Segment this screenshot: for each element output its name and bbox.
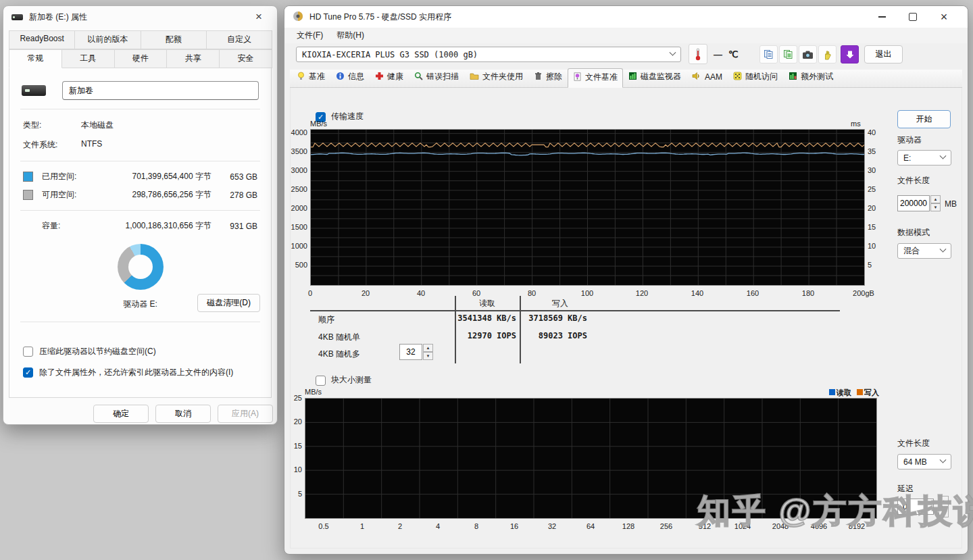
save-results-button[interactable]	[841, 45, 859, 63]
axis-tick: 120	[636, 289, 648, 297]
menu-item-帮助(H)[interactable]: 帮助(H)	[330, 30, 371, 41]
usage-row: 已用空间:701,399,654,400 字节653 GB	[9, 168, 271, 186]
desktop: { "watermark": "知乎 @方方科技说", "colors": { …	[0, 0, 973, 560]
capacity-label: 容量:	[42, 220, 92, 232]
file-length-input[interactable]	[897, 195, 930, 211]
legend-item-写入: 写入	[857, 388, 879, 398]
axis-tick: 5	[287, 490, 302, 498]
write-column-header: 写入	[533, 298, 587, 309]
info-icon	[336, 72, 345, 82]
hand-tool-button[interactable]	[818, 45, 837, 63]
menu-item-文件(F)[interactable]: 文件(F)	[290, 30, 330, 41]
spin-up-icon[interactable]	[423, 344, 433, 352]
right-axis-unit-label: ms	[851, 120, 861, 128]
table-rule	[310, 310, 840, 311]
tab-安全[interactable]: 安全	[219, 49, 272, 68]
tab-额外测试[interactable]: 额外测试	[783, 68, 839, 87]
axis-tick: 0	[308, 289, 312, 297]
checkbox-label: 压缩此驱动器以节约磁盘空间(C)	[39, 346, 156, 357]
temperature-button[interactable]	[689, 44, 707, 64]
result-row-label: 4KB 随机多	[318, 349, 360, 360]
dialog-checkbox-row[interactable]: 除了文件属性外，还允许索引此驱动器上文件的内容(I)	[9, 361, 271, 382]
folder-usage-icon	[470, 72, 479, 82]
y-axis-unit-label: MB/s	[305, 388, 322, 396]
drive-dropdown[interactable]: E:	[897, 150, 951, 166]
axis-tick: 2500	[284, 185, 307, 193]
close-icon[interactable]	[249, 8, 269, 26]
dialog-titlebar: 新加卷 (E:) 属性	[3, 6, 277, 28]
spin-down-icon[interactable]	[423, 352, 433, 360]
legend-label: 写入	[864, 388, 879, 397]
tab-文件夹使用[interactable]: 文件夹使用	[464, 68, 528, 87]
file-length-label: 文件长度	[897, 175, 930, 186]
tab-错误扫描[interactable]: 错误扫描	[409, 68, 464, 87]
copy-image-button[interactable]	[779, 45, 797, 63]
divider	[20, 161, 260, 161]
field-list: 类型:本地磁盘文件系统:NTFS	[9, 116, 271, 155]
close-icon[interactable]	[928, 7, 959, 27]
feature-tab-bar: 基准信息健康错误扫描文件夹使用擦除文件基准磁盘监视器AAM随机访问额外测试	[290, 70, 962, 88]
file-length-spinner[interactable]	[897, 195, 941, 211]
axis-tick: 3000	[284, 166, 307, 174]
cancel-button[interactable]: 取消	[155, 405, 211, 423]
tab-配额[interactable]: 配额	[141, 30, 207, 49]
chevron-down-icon	[940, 153, 947, 159]
tab-共享[interactable]: 共享	[166, 49, 220, 68]
tab-随机访问[interactable]: 随机访问	[728, 68, 783, 87]
tab-信息[interactable]: 信息	[330, 68, 370, 87]
tab-自定义[interactable]: 自定义	[206, 30, 272, 49]
file-length-unit: MB	[945, 199, 957, 209]
result-read-value: 3541348 KB/s	[453, 313, 516, 323]
legend-swatch	[829, 389, 835, 395]
apply-button[interactable]: 应用(A)	[218, 405, 273, 423]
volume-name-input[interactable]	[62, 81, 259, 100]
axis-tick: 200gB	[853, 289, 874, 297]
drive-selector-dropdown[interactable]: KIOXIA-EXCERIA PLUS G3 SSD (1000 gB)	[296, 47, 681, 62]
queue-depth-input[interactable]	[399, 344, 422, 360]
queue-depth-spinner[interactable]	[399, 344, 433, 360]
data-mode-dropdown[interactable]: 混合	[897, 243, 951, 259]
block-size-checkbox[interactable]: 块大小测量	[316, 374, 372, 386]
result-read-value: 12970 IOPS	[453, 331, 516, 340]
checkbox-checked[interactable]	[23, 367, 33, 378]
axis-tick: 15	[868, 223, 887, 231]
chevron-down-icon	[670, 49, 676, 56]
spin-up-icon[interactable]	[930, 195, 941, 203]
start-button[interactable]: 开始	[897, 110, 951, 128]
ok-button[interactable]: 确定	[93, 405, 149, 423]
tab-AAM[interactable]: AAM	[687, 68, 728, 87]
tab-以前的版本[interactable]: 以前的版本	[74, 30, 141, 49]
checkbox-unchecked[interactable]	[316, 376, 326, 386]
spin-down-icon[interactable]	[930, 203, 941, 211]
axis-tick: 256	[660, 522, 672, 530]
data-mode-value: 混合	[903, 245, 920, 257]
tab-常规[interactable]: 常规	[9, 49, 62, 68]
tab-健康[interactable]: 健康	[370, 68, 409, 87]
screenshot-button[interactable]	[799, 45, 817, 63]
exit-button[interactable]: 退出	[864, 45, 903, 63]
checkbox-unchecked[interactable]	[23, 347, 33, 357]
tab-label: 基准	[309, 71, 325, 82]
field-label: 类型:	[23, 120, 81, 131]
dialog-checkbox-row[interactable]: 压缩此驱动器以节约磁盘空间(C)	[9, 340, 271, 361]
tab-磁盘监视器[interactable]: 磁盘监视器	[623, 68, 687, 87]
temperature-display: — ℃	[714, 49, 739, 59]
tab-擦除[interactable]: 擦除	[528, 68, 568, 87]
tab-硬件[interactable]: 硬件	[114, 49, 168, 68]
axis-tick: 80	[528, 289, 536, 297]
tab-工具[interactable]: 工具	[61, 49, 115, 68]
tab-基准[interactable]: 基准	[291, 68, 330, 87]
usage-color-swatch	[23, 172, 33, 182]
field-value: 本地磁盘	[81, 120, 114, 131]
copy-text-button[interactable]	[759, 45, 778, 63]
axis-tick: 1	[360, 522, 364, 530]
usage-label: 可用空间:	[42, 189, 92, 201]
disk-cleanup-button[interactable]: 磁盘清理(D)	[197, 294, 260, 312]
file-length2-dropdown[interactable]: 64 MB	[897, 454, 951, 469]
tab-文件基准[interactable]: 文件基准	[568, 68, 623, 88]
tab-label: 错误扫描	[426, 71, 459, 82]
maximize-icon[interactable]	[897, 7, 928, 27]
tab-ReadyBoost[interactable]: ReadyBoost	[9, 30, 75, 49]
axis-tick: 100	[581, 289, 593, 297]
minimize-icon[interactable]	[866, 7, 897, 27]
